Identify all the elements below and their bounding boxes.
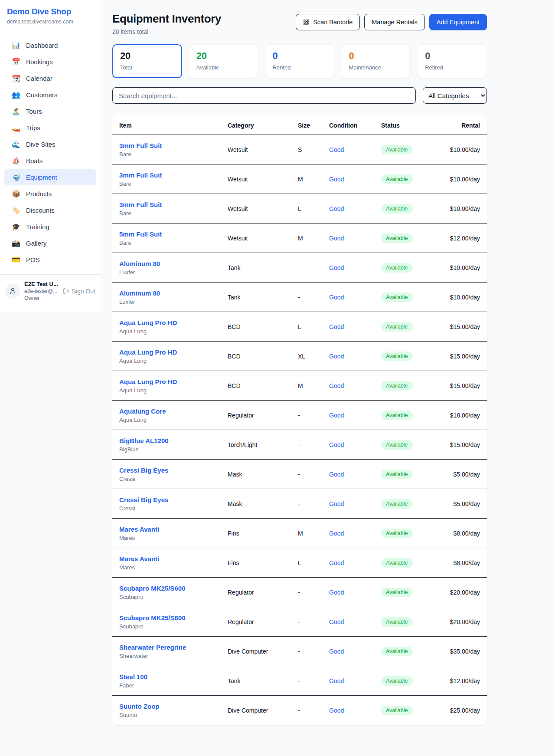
category-cell: Regulator: [228, 412, 298, 419]
item-name-link[interactable]: Scubapro MK25/S600: [119, 614, 228, 621]
condition-cell: Good: [329, 500, 381, 507]
rental-cell: $12.00/day: [442, 235, 480, 242]
status-cell: Available: [381, 233, 442, 243]
brand-name[interactable]: Demo Dive Shop: [7, 7, 94, 16]
condition-link[interactable]: Good: [329, 589, 344, 596]
sidebar-item-bookings[interactable]: 📅Bookings: [4, 54, 96, 70]
item-brand: Bare: [119, 181, 228, 187]
status-cell: Available: [381, 470, 442, 479]
category-select[interactable]: All Categories: [423, 87, 487, 104]
item-name-link[interactable]: BigBlue AL1200: [119, 437, 228, 444]
stat-card-rented[interactable]: 0Rented: [265, 44, 335, 78]
condition-link[interactable]: Good: [329, 441, 344, 448]
sidebar-item-calendar[interactable]: 📆Calendar: [4, 70, 96, 86]
table-row: Aqua Lung Pro HDAqua LungBCDMGoodAvailab…: [112, 371, 487, 401]
size-cell: -: [298, 294, 329, 301]
condition-link[interactable]: Good: [329, 205, 344, 212]
rental-cell: $18.00/day: [442, 412, 480, 419]
item-name-link[interactable]: Aqua Lung Pro HD: [119, 348, 228, 356]
condition-link[interactable]: Good: [329, 648, 344, 655]
item-name-link[interactable]: 3mm Full Suit: [119, 201, 228, 208]
rental-cell: $8.00/day: [442, 559, 480, 566]
condition-link[interactable]: Good: [329, 146, 344, 153]
size-cell: -: [298, 618, 329, 625]
brand-domain: demo.test.divestreams.com: [7, 19, 94, 25]
item-name-link[interactable]: Cressi Big Eyes: [119, 496, 228, 503]
condition-link[interactable]: Good: [329, 176, 344, 183]
item-name-link[interactable]: Shearwater Peregrine: [119, 644, 228, 651]
sidebar-item-label: Dashboard: [26, 42, 58, 49]
item-name-link[interactable]: Mares Avanti: [119, 526, 228, 533]
stat-card-available[interactable]: 20Available: [189, 44, 258, 78]
sidebar-item-products[interactable]: 📦Products: [4, 186, 96, 202]
item-brand: Bare: [119, 240, 228, 246]
table-row: Scubapro MK25/S600ScubaproRegulator-Good…: [112, 578, 487, 607]
rental-cell: $10.00/day: [442, 205, 480, 212]
stat-card-retired[interactable]: 0Retired: [417, 44, 487, 78]
item-brand: Mares: [119, 535, 228, 541]
item-name-link[interactable]: Scubapro MK25/S600: [119, 585, 228, 592]
item-name-link[interactable]: Mares Avanti: [119, 555, 228, 562]
sign-out-button[interactable]: Sign Out: [63, 288, 95, 295]
condition-link[interactable]: Good: [329, 471, 344, 478]
sidebar-item-discounts[interactable]: 🏷️Discounts: [4, 202, 96, 218]
condition-link[interactable]: Good: [329, 353, 344, 360]
search-input[interactable]: [112, 87, 416, 104]
stat-card-maintenance[interactable]: 0Maintenance: [341, 44, 411, 78]
sidebar-item-label: Boats: [26, 157, 42, 164]
item-name-link[interactable]: Suunto Zoop: [119, 703, 228, 710]
item-brand: Bare: [119, 151, 228, 158]
item-name-link[interactable]: Aqua Lung Pro HD: [119, 319, 228, 326]
sidebar-item-dive-sites[interactable]: 🌊Dive Sites: [4, 136, 96, 152]
item-name-link[interactable]: 3mm Full Suit: [119, 142, 228, 149]
sidebar-item-dashboard[interactable]: 📊Dashboard: [4, 37, 96, 53]
sidebar-item-gallery[interactable]: 📸Gallery: [4, 235, 96, 251]
condition-link[interactable]: Good: [329, 235, 344, 242]
sidebar-item-tours[interactable]: 🏝️Tours: [4, 103, 96, 119]
condition-link[interactable]: Good: [329, 412, 344, 419]
item-brand: Mares: [119, 564, 228, 571]
condition-link[interactable]: Good: [329, 707, 344, 714]
item-name-link[interactable]: Aqua Lung Pro HD: [119, 378, 228, 385]
category-cell: Regulator: [228, 589, 298, 596]
item-cell: Shearwater PeregrineShearwater: [119, 644, 228, 659]
item-name-link[interactable]: 5mm Full Suit: [119, 230, 228, 238]
scan-barcode-button[interactable]: Scan Barcode: [296, 14, 360, 30]
condition-link[interactable]: Good: [329, 677, 344, 684]
condition-link[interactable]: Good: [329, 294, 344, 301]
sidebar-item-equipment[interactable]: 🤿Equipment: [4, 169, 96, 185]
manage-rentals-button[interactable]: Manage Rentals: [364, 14, 425, 30]
stats-row: 20Total20Available0Rented0Maintenance0Re…: [112, 44, 487, 78]
sidebar-item-label: Products: [26, 190, 52, 197]
sidebar-item-pos[interactable]: 💳POS: [4, 252, 96, 268]
condition-link[interactable]: Good: [329, 559, 344, 566]
status-badge: Available: [381, 588, 413, 597]
condition-link[interactable]: Good: [329, 382, 344, 389]
item-name-link[interactable]: Steel 100: [119, 673, 228, 680]
table-row: Aqualung CoreAqua LungRegulator-GoodAvai…: [112, 401, 487, 430]
item-name-link[interactable]: Cressi Big Eyes: [119, 467, 228, 474]
sidebar-item-training[interactable]: 🎓Training: [4, 219, 96, 235]
sidebar-item-customers[interactable]: 👥Customers: [4, 87, 96, 103]
status-cell: Available: [381, 588, 442, 597]
item-name-link[interactable]: Aqualung Core: [119, 408, 228, 415]
add-equipment-button[interactable]: Add Equipment: [429, 14, 487, 30]
size-cell: M: [298, 176, 329, 183]
item-name-link[interactable]: 3mm Full Suit: [119, 171, 228, 179]
user-icon: [9, 287, 16, 295]
condition-link[interactable]: Good: [329, 618, 344, 625]
table-row: 3mm Full SuitBareWetsuitLGoodAvailable$1…: [112, 194, 487, 224]
condition-link[interactable]: Good: [329, 500, 344, 507]
status-badge: Available: [381, 440, 413, 450]
item-name-link[interactable]: Aluminum 80: [119, 289, 228, 297]
condition-link[interactable]: Good: [329, 530, 344, 537]
sidebar-item-boats[interactable]: ⛵Boats: [4, 153, 96, 169]
item-cell: Mares AvantiMares: [119, 555, 228, 571]
sidebar-item-trips[interactable]: 🚤Trips: [4, 120, 96, 136]
stat-card-total[interactable]: 20Total: [112, 44, 182, 78]
sidebar-item-label: Equipment: [26, 174, 57, 181]
condition-link[interactable]: Good: [329, 323, 344, 330]
stat-label: Available: [196, 64, 251, 71]
condition-link[interactable]: Good: [329, 264, 344, 271]
item-name-link[interactable]: Aluminum 80: [119, 260, 228, 267]
